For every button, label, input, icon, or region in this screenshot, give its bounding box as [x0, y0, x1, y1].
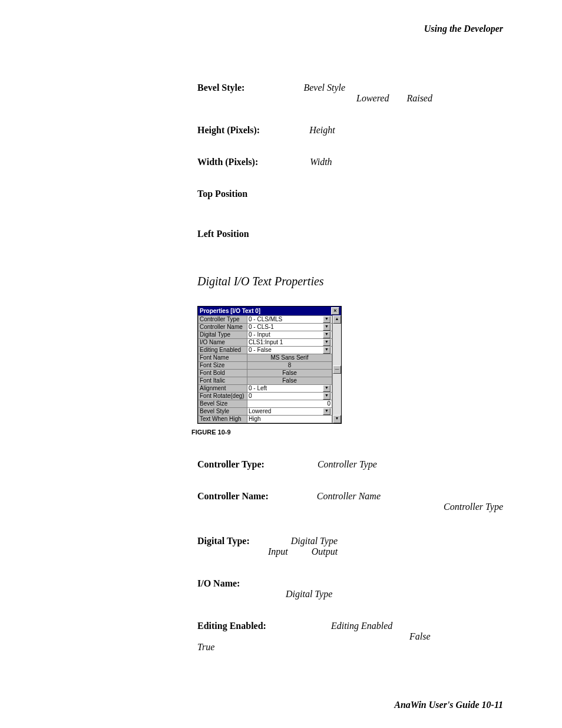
property-label: Digital Type [199, 331, 247, 339]
property-row: Digital Type0 - Input▼ [199, 331, 332, 339]
property-row: I/O NameCLS1:Input 1▼ [199, 339, 332, 347]
property-label: Font Bold [199, 370, 247, 377]
width-label: Width (Pixels): [197, 157, 258, 167]
property-label: Controller Name [199, 324, 247, 331]
property-value[interactable]: CLS1:Input 1▼ [247, 339, 332, 347]
figure-caption: FIGURE 10-9 [191, 429, 503, 436]
digital-type-label: Digital Type: [197, 536, 250, 546]
property-row: Font NameMS Sans Serif [199, 354, 332, 362]
window-titlebar: Properties [I/O Text 0] × [198, 307, 341, 315]
property-value[interactable]: False [247, 370, 332, 377]
editing-enabled-value: Editing Enabled [331, 621, 392, 631]
property-row: Font Size8 [199, 362, 332, 370]
property-value[interactable]: False [247, 377, 332, 385]
property-row: Bevel Size0 [199, 400, 332, 408]
property-value[interactable]: 8 [247, 362, 332, 370]
top-position-row: Top Position [197, 189, 503, 199]
property-label: Font Size [199, 362, 247, 370]
property-value[interactable]: 0 - False▼ [247, 347, 332, 354]
property-row: Font Rotate(deg)0▼ [199, 393, 332, 400]
property-row: Text When HighHigh [199, 416, 332, 423]
controller-type-row: Controller Type: Controller Type [197, 459, 503, 470]
controller-name-row: Controller Name: Controller Name Control… [197, 491, 503, 512]
property-label: Text When High [199, 416, 247, 423]
editing-enabled-true: True [197, 642, 214, 652]
bevel-style-label: Bevel Style: [197, 83, 244, 93]
height-label: Height (Pixels): [197, 125, 260, 136]
left-position-row: Left Position [197, 229, 503, 239]
property-row: Controller Type0 - CLS/MLS▼ [199, 316, 332, 324]
dropdown-icon[interactable]: ▼ [323, 393, 330, 400]
controller-type-value: Controller Type [318, 459, 377, 470]
top-position-label: Top Position [197, 189, 247, 199]
bevel-lowered: Lowered [356, 93, 389, 104]
page: Using the Developer Bevel Style: Bevel S… [0, 0, 562, 728]
property-label: Font Name [199, 354, 247, 362]
dropdown-icon[interactable]: ▼ [323, 347, 330, 354]
property-label: Bevel Size [199, 400, 247, 408]
property-row: Controller Name0 - CLS-1▼ [199, 324, 332, 331]
property-value[interactable]: Lowered▼ [247, 408, 332, 416]
scroll-track[interactable] [333, 324, 341, 365]
property-label: Bevel Style [199, 408, 247, 416]
digital-type-input: Input [268, 546, 288, 557]
property-value[interactable]: 0 - CLS-1▼ [247, 324, 332, 331]
property-label: I/O Name [199, 339, 247, 347]
scrollbar[interactable]: ▲ — ▼ [332, 315, 341, 423]
scroll-thumb[interactable]: — [333, 365, 341, 374]
property-row: Font BoldFalse [199, 370, 332, 377]
io-name-ref: Digital Type [286, 589, 332, 599]
property-value[interactable]: 0▼ [247, 393, 332, 400]
dropdown-icon[interactable]: ▼ [323, 324, 330, 331]
property-label: Font Italic [199, 377, 247, 385]
property-value[interactable]: 0 - Input▼ [247, 331, 332, 339]
controller-type-label: Controller Type: [197, 459, 265, 470]
height-value: Height [309, 125, 335, 136]
io-name-row: I/O Name: Digital Type [197, 578, 503, 599]
editing-enabled-label: Editing Enabled: [197, 621, 266, 631]
width-row: Width (Pixels): Width [197, 157, 503, 167]
property-value[interactable]: 0 - CLS/MLS▼ [247, 316, 332, 324]
dropdown-icon[interactable]: ▼ [323, 385, 330, 392]
dropdown-icon[interactable]: ▼ [323, 316, 330, 323]
bevel-style-value: Bevel Style [303, 83, 345, 93]
property-label: Alignment [199, 385, 247, 393]
section-title: Digital I/O Text Properties [197, 275, 503, 288]
io-name-label: I/O Name: [197, 578, 240, 589]
digital-type-output: Output [312, 546, 338, 557]
property-value[interactable]: MS Sans Serif [247, 354, 332, 362]
scroll-track[interactable] [333, 374, 341, 416]
property-label: Editing Enabled [199, 347, 247, 354]
digital-type-value: Digital Type [291, 536, 338, 546]
property-value[interactable]: High [247, 416, 332, 423]
window-title: Properties [I/O Text 0] [200, 308, 260, 315]
scroll-up-icon[interactable]: ▲ [333, 315, 341, 324]
scroll-down-icon[interactable]: ▼ [333, 415, 341, 423]
dropdown-icon[interactable]: ▼ [323, 408, 330, 415]
properties-window: Properties [I/O Text 0] × Controller Typ… [197, 306, 342, 424]
dropdown-icon[interactable]: ▼ [323, 339, 330, 346]
property-row: Font ItalicFalse [199, 377, 332, 385]
property-value[interactable]: 0 - Left▼ [247, 385, 332, 393]
controller-name-label: Controller Name: [197, 491, 269, 502]
dropdown-icon[interactable]: ▼ [323, 331, 330, 338]
close-icon[interactable]: × [331, 307, 339, 315]
bevel-style-row: Bevel Style: Bevel Style Lowered Raised [197, 83, 503, 104]
left-position-label: Left Position [197, 229, 249, 239]
property-label: Font Rotate(deg) [199, 393, 247, 400]
width-value: Width [310, 157, 332, 167]
height-row: Height (Pixels): Height [197, 125, 503, 136]
property-row: Alignment0 - Left▼ [199, 385, 332, 393]
property-label: Controller Type [199, 316, 247, 324]
editing-enabled-false: False [409, 631, 431, 642]
property-row: Bevel StyleLowered▼ [199, 408, 332, 416]
property-value[interactable]: 0 [247, 400, 332, 408]
digital-type-row: Digital Type: Digital Type Input Output [197, 536, 503, 557]
content: Bevel Style: Bevel Style Lowered Raised … [197, 24, 503, 653]
page-footer: AnaWin User's Guide 10-11 [394, 700, 503, 710]
controller-name-value: Controller Name [317, 491, 381, 502]
editing-enabled-row: Editing Enabled: Editing Enabled False T… [197, 621, 503, 653]
page-header: Using the Developer [424, 24, 503, 34]
properties-grid: Controller Type0 - CLS/MLS▼Controller Na… [198, 315, 332, 423]
controller-name-ref: Controller Type [444, 502, 503, 512]
